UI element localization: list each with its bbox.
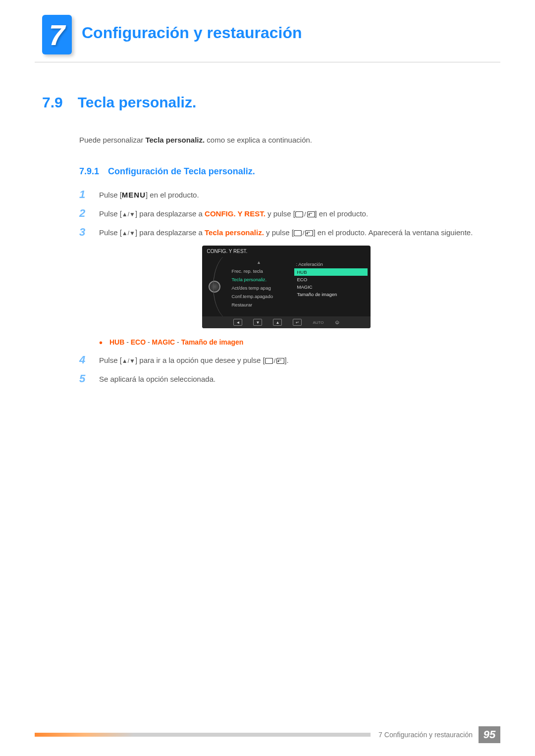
sep: - (146, 338, 152, 346)
step-num: 5 (79, 373, 88, 384)
chapter-rule (35, 62, 500, 62)
target-red: CONFIG. Y REST. (205, 209, 266, 218)
osd-item: Act/des temp apag (229, 284, 289, 292)
osd-btn-down: ▼ (253, 319, 262, 326)
t: ] para desplazarse a (135, 209, 205, 218)
sep: - (124, 338, 130, 346)
intro-pre: Puede personalizar (79, 136, 145, 144)
t: ] para desplazarse a (135, 228, 205, 237)
step-num: 4 (79, 354, 88, 365)
step-text: Pulse [] para ir a la opción que desee y… (99, 354, 289, 366)
opt: Tamaño de imagen (181, 338, 244, 346)
osd-item-active: Tecla personaliz. (229, 275, 289, 284)
t: ] en el producto. (146, 191, 199, 199)
step-text: Se aplicará la opción seleccionada. (99, 373, 215, 385)
arrow-icons (122, 356, 135, 364)
arrow-icons (122, 228, 135, 237)
t: Pulse [ (99, 191, 122, 199)
subsection-title: Configuración de Tecla personaliz. (108, 166, 255, 177)
step-1: 1 Pulse [MENU] en el producto. (79, 189, 493, 201)
t: ]. (284, 356, 288, 364)
step-text: Pulse [MENU] en el producto. (99, 189, 199, 201)
select-icon: / (295, 209, 315, 220)
section: 7.9 Tecla personaliz. Puede personalizar… (42, 94, 493, 392)
t: Pulse [ (99, 228, 122, 237)
osd-option-highlight: HUB (294, 268, 368, 276)
select-icon: / (294, 228, 314, 239)
t: ] para ir a la opción que desee y pulse … (135, 356, 265, 364)
osd-item: Frec. rep. tecla (229, 267, 289, 275)
intro-text: Puede personalizar Tecla personaliz. com… (79, 136, 493, 144)
osd-body: ▲ Frec. rep. tecla Tecla personaliz. Act… (202, 257, 371, 316)
bullet-icon: • (99, 337, 103, 348)
section-title: Tecla personaliz. (78, 94, 197, 111)
svg-rect-1 (307, 212, 315, 217)
osd-option: Tamaño de imagen (294, 291, 368, 298)
t: Pulse [ (99, 356, 122, 364)
step-text: Pulse [] para desplazarse a Tecla person… (99, 227, 473, 239)
svg-rect-3 (306, 231, 313, 236)
osd-auto: AUTO (313, 320, 323, 325)
osd-up-arrow: ▲ (229, 260, 289, 265)
subsection-number: 7.9.1 (79, 166, 99, 177)
osd-option: MAGIC (294, 283, 368, 291)
step-2: 2 Pulse [] para desplazarse a CONFIG. Y … (79, 208, 493, 220)
bullet-options: • HUB - ECO - MAGIC - Tamaño de imagen (99, 337, 493, 349)
step-num: 1 (79, 189, 88, 200)
osd-panel: CONFIG. Y REST. ▲ Frec. rep. tecla Tecla… (202, 246, 371, 328)
osd-right-panel: : Aceleración HUB ECO MAGIC Tamaño de im… (291, 257, 371, 316)
page-number: 95 (479, 726, 500, 743)
step-5: 5 Se aplicará la opción seleccionada. (79, 373, 493, 385)
arrow-icons (122, 209, 135, 218)
osd-item: Conf.temp.apagado (229, 292, 289, 301)
steps-list: 1 Pulse [MENU] en el producto. 2 Pulse [… (79, 189, 493, 385)
power-icon: ⏻ (335, 320, 339, 325)
chapter-title: Configuración y restauración (82, 24, 302, 42)
opt: MAGIC (152, 338, 175, 346)
subsection-heading: 7.9.1 Configuración de Tecla personaliz. (79, 166, 493, 177)
svg-rect-5 (277, 358, 284, 364)
osd-left-menu: ▲ Frec. rep. tecla Tecla personaliz. Act… (227, 257, 291, 316)
sep: - (175, 338, 181, 346)
step-num: 2 (79, 208, 88, 219)
footer-bar (35, 733, 371, 737)
t: ] en el producto. Aparecerá la ventana s… (313, 228, 473, 237)
section-number: 7.9 (42, 94, 63, 111)
step-text: Pulse [] para desplazarse a CONFIG. Y RE… (99, 208, 368, 220)
step-4: 4 Pulse [] para ir a la opción que desee… (79, 354, 493, 366)
step-num: 3 (79, 227, 88, 238)
osd-item: Restaurar (229, 301, 289, 309)
section-heading: 7.9 Tecla personaliz. (42, 94, 493, 111)
t: y pulse [ (264, 228, 294, 237)
select-icon: / (265, 356, 285, 366)
osd-footer: ◄ ▼ ▲ ↵ AUTO ⏻ (202, 316, 371, 328)
svg-rect-2 (294, 231, 301, 236)
chapter-badge: 7 (42, 15, 72, 54)
osd-option: ECO (294, 276, 368, 283)
osd-btn-up: ▲ (273, 319, 282, 326)
osd-btn-left: ◄ (233, 319, 242, 326)
svg-rect-0 (295, 212, 303, 217)
svg-rect-4 (265, 358, 272, 364)
page-root: 7 Configuración y restauración 7.9 Tecla… (0, 0, 535, 15)
t: Pulse [ (99, 209, 122, 218)
intro-post: como se explica a continuación. (205, 136, 312, 144)
t: ] en el producto. (315, 209, 369, 218)
page-footer: 7 Configuración y restauración 95 (35, 727, 500, 742)
intro-bold: Tecla personaliz. (145, 136, 205, 144)
target-red: Tecla personaliz. (205, 228, 264, 237)
menu-key: MENU (122, 191, 146, 199)
footer-text: 7 Configuración y restauración (378, 731, 473, 739)
opt: HUB (109, 338, 124, 346)
t: y pulse [ (266, 209, 295, 218)
opt: ECO (131, 338, 146, 346)
osd-title: CONFIG. Y REST. (202, 246, 371, 257)
chapter-number: 7 (49, 18, 65, 51)
osd-dial (202, 257, 227, 316)
step-3: 3 Pulse [] para desplazarse a Tecla pers… (79, 227, 493, 239)
osd-right-label: : Aceleración (294, 260, 368, 268)
osd-btn-enter: ↵ (293, 319, 302, 326)
